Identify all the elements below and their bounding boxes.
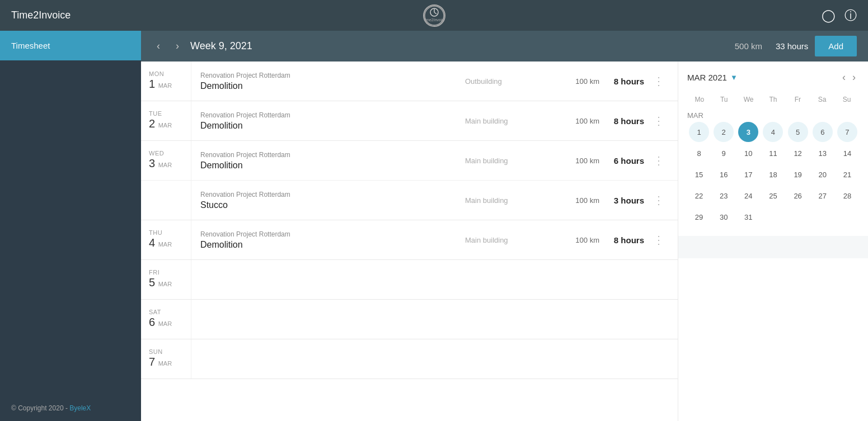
day-label: MON 1 MAR xyxy=(141,62,191,101)
account-icon[interactable]: ◯ xyxy=(822,8,836,23)
day-group: SAT 6 MAR xyxy=(141,300,678,339)
sidebar-footer: © Copyright 2020 - ByeleX xyxy=(0,404,141,412)
entry-menu-button[interactable]: ⋮ xyxy=(649,191,669,209)
calendar-weekday-label: We xyxy=(736,93,761,106)
calendar-day[interactable]: 28 xyxy=(837,186,857,206)
entry-menu-button[interactable]: ⋮ xyxy=(649,231,669,249)
table-row: Renovation Project Rotterdam Stucco Main… xyxy=(141,181,678,220)
day-label xyxy=(141,181,191,220)
calendar-day[interactable]: 10 xyxy=(738,143,758,163)
calendar-day[interactable]: 11 xyxy=(763,143,783,163)
day-empty xyxy=(191,260,678,294)
app-title: Time2Invoice xyxy=(11,10,71,21)
calendar-day[interactable]: 6 xyxy=(813,122,833,142)
day-name: SUN xyxy=(149,348,183,355)
sidebar: Timesheet © Copyright 2020 - ByeleX xyxy=(0,31,141,421)
entry-location: Main building xyxy=(465,196,555,205)
table-row: TUE 2 MAR Renovation Project Rotterdam D… xyxy=(141,101,678,140)
week-hours: 33 hours xyxy=(776,41,808,51)
calendar-day[interactable]: 8 xyxy=(689,143,709,163)
table-row: MON 1 MAR Renovation Project Rotterdam D… xyxy=(141,62,678,101)
sidebar-item-timesheet[interactable]: Timesheet xyxy=(0,31,141,60)
calendar-day[interactable]: 23 xyxy=(714,186,734,206)
calendar-days: 1234567891011121314151617181920212223242… xyxy=(687,122,859,227)
calendar-day[interactable]: 31 xyxy=(738,207,758,227)
calendar-day[interactable]: 16 xyxy=(714,164,734,185)
calendar-day[interactable]: 1 xyxy=(689,122,709,142)
calendar-prev-button[interactable]: ‹ xyxy=(839,70,849,84)
calendar-day[interactable]: 5 xyxy=(788,122,808,142)
content-area: MON 1 MAR Renovation Project Rotterdam D… xyxy=(141,62,868,421)
svg-text:Time2Invoice: Time2Invoice xyxy=(424,18,444,22)
calendar-weekday-label: Mo xyxy=(687,93,712,106)
calendar-day[interactable]: 22 xyxy=(689,186,709,206)
day-group: SUN 7 MAR xyxy=(141,339,678,379)
top-navbar: Time2Invoice Time2Invoice ◯ ⓘ xyxy=(0,0,868,31)
next-week-button[interactable]: › xyxy=(171,38,184,54)
day-label: WED 3 MAR xyxy=(141,141,191,180)
calendar-next-button[interactable]: › xyxy=(849,70,859,84)
entry-km: 100 km xyxy=(555,77,599,86)
calendar-day[interactable]: 12 xyxy=(788,143,808,163)
day-group: WED 3 MAR Renovation Project Rotterdam D… xyxy=(141,141,678,220)
day-name: MON xyxy=(149,70,183,77)
calendar-day[interactable]: 20 xyxy=(813,164,833,185)
day-entries xyxy=(191,300,678,339)
day-label: SAT 6 MAR xyxy=(141,300,191,339)
entry-hours: 6 hours xyxy=(599,156,644,165)
day-name: SAT xyxy=(149,309,183,315)
day-date: 6 MAR xyxy=(149,315,183,329)
topnav-icons: ◯ ⓘ xyxy=(822,7,857,24)
table-row: THU 4 MAR Renovation Project Rotterdam D… xyxy=(141,220,678,259)
calendar-day[interactable]: 25 xyxy=(763,186,783,206)
calendar-day[interactable]: 24 xyxy=(738,186,758,206)
entry-menu-button[interactable]: ⋮ xyxy=(649,72,669,90)
calendar-day[interactable]: 14 xyxy=(837,143,857,163)
help-icon[interactable]: ⓘ xyxy=(844,7,857,24)
calendar-month-text: MAR 2021 xyxy=(687,73,727,82)
calendar-day[interactable]: 30 xyxy=(714,207,734,227)
footer-link[interactable]: ByeleX xyxy=(69,404,91,412)
add-button[interactable]: Add xyxy=(815,36,857,56)
day-group: MON 1 MAR Renovation Project Rotterdam D… xyxy=(141,62,678,101)
calendar-weekday-label: Su xyxy=(834,93,859,106)
topnav-center-logo: Time2Invoice xyxy=(423,4,445,27)
calendar-day[interactable]: 13 xyxy=(813,143,833,163)
calendar-day[interactable]: 15 xyxy=(689,164,709,185)
calendar-day[interactable]: 2 xyxy=(714,122,734,142)
prev-week-button[interactable]: ‹ xyxy=(152,38,165,54)
calendar-bottom xyxy=(678,236,868,258)
entry-project: Renovation Project Rotterdam xyxy=(200,72,465,79)
calendar-weekday-label: Fr xyxy=(785,93,810,106)
entry-menu-button[interactable]: ⋮ xyxy=(649,112,669,130)
calendar-day[interactable]: 21 xyxy=(837,164,857,185)
day-entries: Renovation Project Rotterdam Stucco Main… xyxy=(191,181,678,220)
entry-details: Renovation Project Rotterdam Demolition xyxy=(200,151,465,171)
calendar-day[interactable]: 29 xyxy=(689,207,709,227)
calendar-day[interactable]: 19 xyxy=(788,164,808,185)
calendar-day[interactable]: 18 xyxy=(763,164,783,185)
calendar-day[interactable]: 3 xyxy=(738,122,758,142)
entry-location: Main building xyxy=(465,236,555,244)
day-group: TUE 2 MAR Renovation Project Rotterdam D… xyxy=(141,101,678,141)
logo-image: Time2Invoice xyxy=(423,4,445,27)
calendar-day[interactable]: 7 xyxy=(837,122,857,142)
entry-menu-button[interactable]: ⋮ xyxy=(649,152,669,169)
day-label: TUE 2 MAR xyxy=(141,101,191,140)
calendar-day[interactable]: 26 xyxy=(788,186,808,206)
calendar-day[interactable]: 4 xyxy=(763,122,783,142)
day-entries xyxy=(191,260,678,299)
day-name: WED xyxy=(149,150,183,157)
entry-project: Renovation Project Rotterdam xyxy=(200,111,465,119)
calendar-day[interactable]: 27 xyxy=(813,186,833,206)
entry-details: Renovation Project Rotterdam Demolition xyxy=(200,230,465,250)
week-header: ‹ › Week 9, 2021 500 km 33 hours Add xyxy=(141,31,868,62)
entry-hours: 8 hours xyxy=(599,116,644,126)
calendar-weekday-label: Sa xyxy=(810,93,834,106)
calendar-day[interactable]: 9 xyxy=(714,143,734,163)
calendar-dropdown-icon[interactable]: ▼ xyxy=(730,73,738,82)
entry-task: Demolition xyxy=(200,160,465,171)
day-entries xyxy=(191,339,678,379)
calendar-day[interactable]: 17 xyxy=(738,164,758,185)
day-empty xyxy=(191,300,678,333)
